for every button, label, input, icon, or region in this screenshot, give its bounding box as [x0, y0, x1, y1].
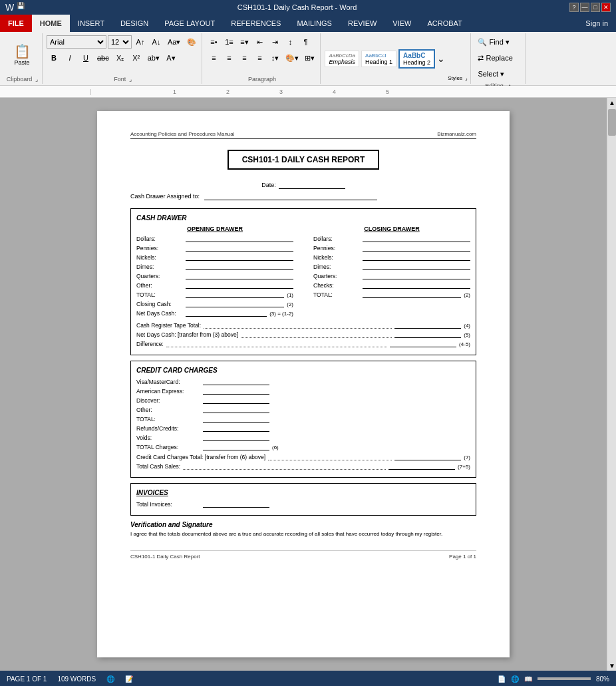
- paste-button[interactable]: 📋 Paste: [5, 35, 39, 74]
- close-quarters: Quarters:: [313, 272, 470, 279]
- subscript-btn[interactable]: X₂: [113, 51, 128, 65]
- increase-indent-btn[interactable]: ⇥: [267, 35, 282, 49]
- font-grow-btn[interactable]: A↑: [133, 35, 148, 49]
- tab-home[interactable]: HOME: [32, 15, 70, 32]
- footer-left: CSH101-1 Daily Cash Report: [130, 554, 200, 560]
- tab-design[interactable]: DESIGN: [112, 15, 156, 32]
- bullets-btn[interactable]: ≡•: [206, 35, 221, 49]
- close-btn[interactable]: ✕: [601, 3, 611, 12]
- difference-note: (4-5): [459, 341, 470, 347]
- closing-cash-note: (2): [287, 301, 293, 307]
- paragraph-label: Paragraph: [206, 75, 317, 83]
- line-spacing-btn[interactable]: ↕▾: [267, 51, 282, 65]
- open-quarters-label: Quarters:: [136, 273, 183, 279]
- bold-btn[interactable]: B: [47, 51, 61, 65]
- style-heading2[interactable]: AaBbC Heading 2: [398, 49, 435, 69]
- view-read-btn[interactable]: 📖: [524, 675, 532, 683]
- text-highlight-btn[interactable]: ab▾: [145, 51, 162, 65]
- numbering-btn[interactable]: 1≡: [222, 35, 236, 49]
- ribbon-content: 📋 Paste Clipboard ⌟ Arial 12 A↑ A↓ Aa▾ 🎨…: [0, 32, 616, 85]
- borders-btn[interactable]: ⊞▾: [302, 51, 317, 65]
- cash-drawer-columns: OPENING DRAWER Dollars: Pennies: Nickels…: [136, 226, 470, 319]
- cc-refunds: Refunds/Credits:: [136, 425, 470, 432]
- tab-file[interactable]: FILE: [0, 15, 32, 32]
- footer-right: Page 1 of 1: [449, 554, 476, 560]
- net-days-cash-label: Net Days Cash:: [136, 310, 183, 317]
- difference-row: Difference: (4-5): [136, 340, 470, 347]
- zoom-level: 80%: [596, 675, 609, 683]
- font-case-btn[interactable]: Aa▾: [165, 35, 183, 49]
- show-marks-btn[interactable]: ¶: [298, 35, 313, 49]
- credit-card-section: CREDIT CARD CHARGES Visa/MasterCard: Ame…: [130, 361, 476, 478]
- opening-header: OPENING DRAWER: [136, 226, 293, 232]
- clear-format-btn[interactable]: 🎨: [184, 35, 199, 49]
- scroll-thumb[interactable]: [608, 109, 616, 136]
- verification-section: Verification and Signature I agree that …: [130, 521, 476, 537]
- underline-btn[interactable]: U: [78, 51, 93, 65]
- view-print-btn[interactable]: 📄: [498, 675, 506, 683]
- page-header: Accounting Policies and Procedures Manua…: [130, 131, 476, 139]
- word-count: 109 WORDS: [57, 675, 96, 683]
- view-web-btn[interactable]: 🌐: [511, 675, 519, 683]
- close-total-label: TOTAL:: [313, 291, 360, 298]
- tab-acrobat[interactable]: ACROBAT: [419, 15, 470, 32]
- cc-charges-total-row: Credit Card Charges Total: [transfer fro…: [136, 453, 470, 460]
- scroll-up-btn[interactable]: ▲: [607, 98, 616, 108]
- window-title: CSH101-1 Daily Cash Report - Word: [25, 3, 569, 11]
- minimize-btn[interactable]: —: [580, 3, 589, 12]
- close-pennies: Pennies:: [313, 244, 470, 252]
- clipboard-group: 📋 Paste Clipboard ⌟: [3, 33, 43, 84]
- open-nickels: Nickels:: [136, 254, 293, 261]
- ruler: | 1 2 3 4 5: [0, 86, 616, 98]
- justify-btn[interactable]: ≡: [252, 51, 267, 65]
- multilevel-btn[interactable]: ≡▾: [237, 35, 251, 49]
- close-nickels-label: Nickels:: [313, 254, 360, 261]
- cc-amex: American Express:: [136, 387, 470, 395]
- header-left: Accounting Policies and Procedures Manua…: [130, 131, 235, 137]
- style-emphasis[interactable]: AaBbCcDa Emphasis: [325, 51, 359, 67]
- find-btn[interactable]: 🔍 Find ▾: [475, 35, 522, 49]
- status-right: 📄 🌐 📖 80%: [498, 675, 609, 683]
- opening-column: OPENING DRAWER Dollars: Pennies: Nickels…: [136, 226, 307, 319]
- font-size-selector[interactable]: 12: [108, 35, 132, 49]
- clipboard-label: Clipboard ⌟: [5, 75, 39, 83]
- maximize-btn[interactable]: □: [591, 3, 600, 12]
- styles-expand-btn[interactable]: ⌄: [437, 53, 445, 64]
- zoom-slider[interactable]: [538, 677, 591, 680]
- help-btn[interactable]: ?: [569, 3, 579, 12]
- font-name-selector[interactable]: Arial: [47, 35, 106, 49]
- sort-btn[interactable]: ↕: [283, 35, 297, 49]
- doc-title: CSH101-1 DAILY CASH REPORT: [228, 150, 380, 170]
- superscript-btn[interactable]: X²: [129, 51, 144, 65]
- italic-btn[interactable]: I: [63, 51, 77, 65]
- sign-in[interactable]: Sign in: [577, 15, 616, 32]
- close-nickels: Nickels:: [313, 254, 470, 261]
- align-right-btn[interactable]: ≡: [237, 51, 251, 65]
- align-center-btn[interactable]: ≡: [222, 51, 236, 65]
- align-left-btn[interactable]: ≡: [206, 51, 221, 65]
- font-color-btn[interactable]: A▾: [164, 51, 178, 65]
- tab-view[interactable]: VIEW: [385, 15, 419, 32]
- select-btn[interactable]: Select ▾: [475, 67, 522, 81]
- scroll-down-btn[interactable]: ▼: [607, 661, 616, 671]
- cc-charges-total-note: (7): [464, 454, 470, 460]
- tab-mailings[interactable]: MAILINGS: [289, 15, 340, 32]
- tab-review[interactable]: REVIEW: [340, 15, 385, 32]
- style-heading1[interactable]: AaBbCcl Heading 1: [361, 51, 396, 67]
- tab-references[interactable]: REFERENCES: [223, 15, 289, 32]
- tab-insert[interactable]: INSERT: [70, 15, 112, 32]
- save-icon[interactable]: 💾: [17, 2, 25, 13]
- vertical-scrollbar[interactable]: ▲ ▼: [607, 98, 616, 671]
- tab-page-layout[interactable]: PAGE LAYOUT: [156, 15, 223, 32]
- cc-total-charges-label: TOTAL Charges:: [136, 444, 203, 450]
- close-dollars-label: Dollars:: [313, 236, 360, 242]
- replace-btn[interactable]: ⇄ Replace: [475, 51, 522, 65]
- font-shrink-btn[interactable]: A↓: [149, 35, 164, 49]
- strikethrough-btn[interactable]: abc: [94, 51, 112, 65]
- cc-total-charges: TOTAL Charges: (6): [136, 443, 470, 450]
- font-group: Arial 12 A↑ A↓ Aa▾ 🎨 B I U abc X₂ X² ab▾…: [44, 33, 202, 84]
- shading-btn[interactable]: 🎨▾: [283, 51, 301, 65]
- paragraph-group: ≡• 1≡ ≡▾ ⇤ ⇥ ↕ ¶ ≡ ≡ ≡ ≡ ↕▾ 🎨▾ ⊞▾: [204, 33, 321, 84]
- date-field: [279, 182, 345, 189]
- decrease-indent-btn[interactable]: ⇤: [252, 35, 267, 49]
